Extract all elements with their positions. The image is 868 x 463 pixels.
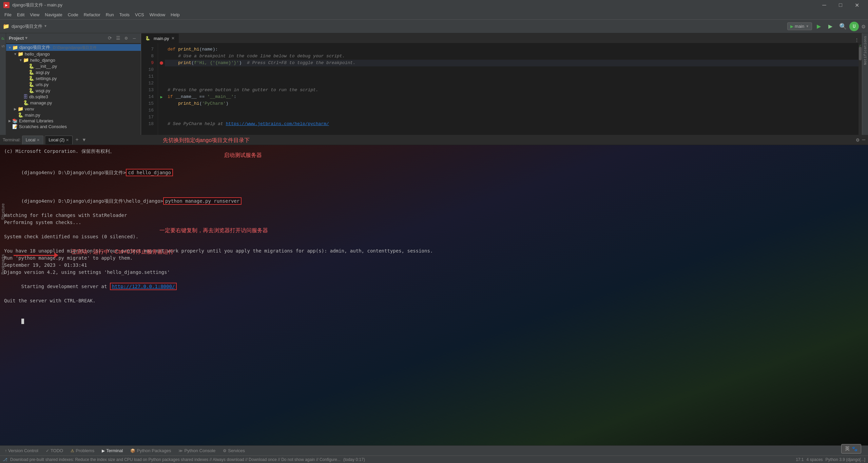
ln-7: 7 (142, 46, 156, 53)
tree-item-wsgi: wsgi.py (36, 88, 50, 93)
debug-button[interactable]: ▶ (826, 22, 835, 31)
menu-vcs[interactable]: VCS (132, 11, 147, 18)
notifications-tab[interactable]: Notifications (862, 33, 868, 68)
py-icon-urls: 🐍 (28, 82, 34, 87)
tree-hello-django-inner[interactable]: ▼ 📁 hello_django (6, 57, 141, 63)
gutter-9-breakpoint (158, 60, 165, 66)
tree-root[interactable]: ▼ 📁 django项目文件 D:\Django\django项目文件 (6, 44, 141, 51)
language-button[interactable]: 英 🐾 (841, 444, 861, 454)
terminal-label: Terminal: (3, 137, 21, 142)
gutter-14-run: ▶ (158, 94, 165, 100)
tree-hello-django-outer[interactable]: ▼ 📁 hello_django (6, 51, 141, 57)
status-download-msg: Download pre-built shared indexes: Reduc… (10, 457, 341, 462)
btm-tab-services[interactable]: ⚙ Services (219, 447, 248, 454)
scratches-icon: 📝 (12, 124, 18, 129)
menu-file[interactable]: File (2, 11, 14, 18)
tree-item-main: main.py (25, 113, 40, 118)
btm-tab-terminal[interactable]: ▶ Terminal (98, 447, 126, 454)
term-server-url[interactable]: http://127.0.0.1:8000/ (110, 283, 177, 290)
run-button[interactable]: ▶ (814, 22, 824, 31)
maximize-button[interactable]: □ (833, 0, 848, 10)
code-area[interactable]: def print_hi(name): # Use a breakpoint i… (165, 43, 859, 145)
tree-item-init: __init__.py (36, 64, 57, 69)
terminal-tab-local2[interactable]: Local (2) ✕ (45, 136, 73, 144)
tree-item-asgi: asgi.py (36, 70, 50, 75)
editor-wrapper: P S Project ▼ ⟳ ☰ ⚙ — ▼ 📁 django项目文件 D:\… (0, 33, 868, 145)
run-config[interactable]: ▶ main ▼ (787, 22, 812, 30)
folder-icon: 📁 (3, 23, 9, 30)
tree-db[interactable]: 🗄 db.sqlite3 (6, 94, 141, 100)
menu-help[interactable]: Help (168, 11, 182, 18)
tree-scratches[interactable]: 📝 Scratches and Consoles (6, 124, 141, 129)
panel-collapse-icon[interactable]: ☰ (114, 35, 122, 42)
panel-minimize-icon[interactable]: — (131, 35, 138, 42)
btm-tab-pyconsole[interactable]: ≫ Python Console (175, 447, 219, 454)
terminal-minimize-icon[interactable]: — (862, 137, 865, 143)
terminal-dropdown-icon[interactable]: ▼ (83, 137, 85, 143)
tree-item-venv: venv (25, 106, 34, 112)
tree-init[interactable]: 🐍 __init__.py (6, 63, 141, 69)
menu-refactor[interactable]: Refactor (81, 11, 103, 18)
term-cmd1: cd hello_django (126, 169, 173, 176)
minimize-button[interactable]: ─ (816, 0, 832, 10)
py-icon-settings: 🐍 (28, 76, 34, 81)
version-control-icon: ↑ (5, 448, 7, 453)
structure-tab-label[interactable]: Structure (1, 203, 5, 220)
term-blank5 (4, 304, 864, 311)
menu-view[interactable]: View (27, 11, 42, 18)
project-side-tab[interactable]: P (0, 35, 6, 42)
editor-tab-main[interactable]: 🐍 main.py ✕ (141, 34, 179, 43)
search-icon[interactable]: 🔍 (839, 23, 847, 30)
panel-settings-icon[interactable]: ⚙ (122, 35, 130, 42)
menu-navigate[interactable]: Navigate (42, 11, 65, 18)
root-name: django项目文件 (19, 44, 50, 51)
status-position[interactable]: 17:1 (796, 457, 804, 462)
term-syscheck: System check identified no issues (0 sil… (4, 233, 864, 240)
editor-more-options[interactable]: ⋮ (852, 37, 862, 43)
menu-edit[interactable]: Edit (14, 11, 27, 18)
terminal-tab-local-close[interactable]: ✕ (37, 138, 40, 142)
btm-tab-problems[interactable]: ⚠ Problems (67, 447, 98, 454)
toolbar-right: ▶ main ▼ ▶ ▶ (787, 22, 835, 31)
status-python[interactable]: Python 3.9 (django[...] (826, 457, 865, 462)
terminal-tab-local[interactable]: Local ✕ (22, 136, 44, 144)
tree-urls[interactable]: 🐍 urls.py (6, 81, 141, 87)
tree-settings[interactable]: 🐍 settings.py (6, 75, 141, 81)
tab-close-icon[interactable]: ✕ (171, 36, 175, 41)
panel-sync-icon[interactable]: ⟳ (106, 35, 114, 42)
btm-tab-version[interactable]: ↑ Version Control (1, 447, 42, 454)
tree-wsgi[interactable]: 🐍 wsgi.py (6, 87, 141, 94)
tree-main[interactable]: 🐍 main.py (6, 112, 141, 118)
term-watching: Watching for file changes with StatReloa… (4, 212, 864, 219)
tree-item-label-2: hello_django (30, 58, 55, 63)
file-tree: ▼ 📁 django项目文件 D:\Django\django项目文件 ▼ 📁 … (6, 43, 141, 145)
tree-manage[interactable]: 🐍 manage.py (6, 100, 141, 106)
status-spaces[interactable]: 4 spaces (807, 457, 823, 462)
tree-item-label-1: hello_django (25, 52, 50, 57)
menu-tools[interactable]: Tools (117, 11, 132, 18)
user-avatar: U (849, 22, 859, 31)
close-button[interactable]: ✕ (849, 0, 865, 10)
btm-tab-terminal-label: Terminal (106, 448, 123, 453)
terminal-add-button[interactable]: + (74, 137, 80, 143)
menu-run[interactable]: Run (103, 11, 117, 18)
menu-code[interactable]: Code (65, 11, 81, 18)
terminal-content[interactable]: (c) Microsoft Corporation. 保留所有权利。 (djan… (0, 145, 868, 445)
tree-venv[interactable]: ▶ 📁 venv (6, 106, 141, 112)
folder-icon-1: 📁 (18, 51, 23, 57)
terminal-settings-icon[interactable]: ⚙ (856, 137, 860, 143)
structure-side-tab[interactable]: S (0, 42, 6, 50)
tree-ext-libs[interactable]: ▶ 📚 External Libraries (6, 118, 141, 124)
btm-tab-packages[interactable]: 📦 Python Packages (127, 447, 174, 454)
tree-item-db: db.sqlite3 (29, 94, 48, 99)
line-numbers: 7 8 9 10 11 12 13 14 15 16 17 18 (141, 43, 158, 145)
code-11 (165, 73, 859, 80)
bookmarks-tab-label[interactable]: Bookmarks (1, 254, 5, 275)
tree-asgi[interactable]: 🐍 asgi.py (6, 69, 141, 75)
btm-tab-todo[interactable]: ✓ TODO (42, 447, 66, 454)
services-icon: ⚙ (223, 448, 227, 453)
terminal-tab-local2-close[interactable]: ✕ (66, 138, 69, 142)
editor-scrollbar[interactable]: ✓ (859, 43, 862, 145)
menu-window[interactable]: Window (147, 11, 168, 18)
settings-icon[interactable]: ⚙ (862, 23, 865, 30)
